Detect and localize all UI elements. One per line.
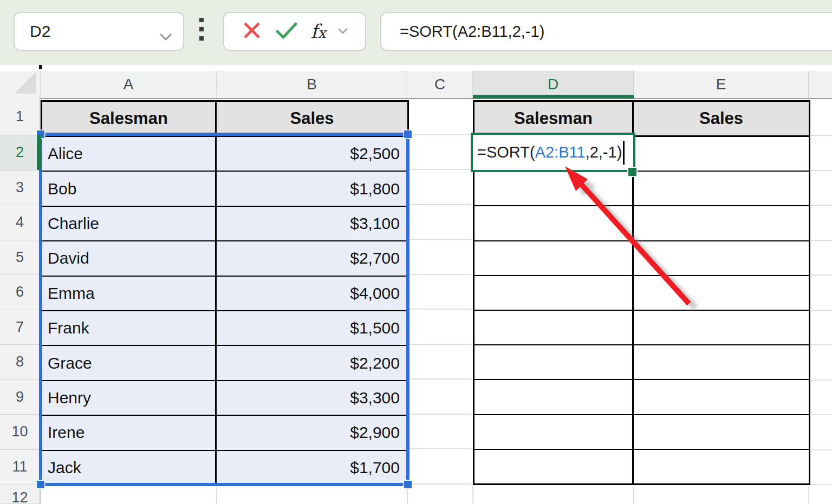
cell-e2[interactable] [634, 137, 809, 171]
cell-d1-salesman-header[interactable]: Salesman [474, 102, 634, 135]
gridline [808, 486, 809, 504]
formula-bar-text: =SORT(A2:B11,2,-1) [400, 23, 544, 41]
column-header-strip: A B C D E [0, 71, 832, 99]
table-row: Bob$1,800 [42, 172, 407, 206]
text-caret [623, 141, 625, 165]
cell-a9[interactable]: Henry [42, 381, 217, 415]
select-all-corner[interactable] [0, 71, 41, 98]
gridlines-right-margin [810, 101, 832, 487]
table-row [474, 311, 809, 345]
row-header-10[interactable]: 10 [0, 415, 40, 450]
cell-e4[interactable] [634, 206, 809, 240]
cell-d4[interactable] [474, 206, 634, 240]
row-header-3[interactable]: 3 [0, 171, 40, 206]
cell-e9[interactable] [634, 380, 809, 414]
table-row [474, 276, 809, 311]
active-column-underline [473, 95, 634, 99]
column-header-e[interactable]: E [634, 71, 809, 98]
cell-d6[interactable] [474, 276, 634, 310]
source-table: Salesman Sales Alice$2,500 Bob$1,800 Cha… [41, 100, 409, 486]
column-edge-tick [39, 65, 42, 69]
cell-b10[interactable]: $2,900 [217, 416, 407, 449]
formula-range-reference: A2:B11 [535, 143, 586, 161]
cell-d3[interactable] [474, 172, 634, 205]
cell-a8[interactable]: Grace [42, 346, 217, 379]
cell-b11[interactable]: $1,700 [217, 451, 407, 485]
row-header-8[interactable]: 8 [0, 345, 40, 380]
table-row: Emma$4,000 [42, 277, 407, 311]
table-row: Henry$3,300 [42, 381, 407, 416]
table-row [474, 241, 809, 276]
column-header-f-partial[interactable] [809, 71, 832, 98]
cell-b3[interactable]: $1,800 [217, 172, 407, 205]
row-header-6[interactable]: 6 [0, 275, 40, 310]
cell-e6[interactable] [634, 276, 809, 310]
gridline [472, 486, 473, 504]
cell-a7[interactable]: Frank [42, 311, 217, 345]
formula-action-group: fx [223, 12, 366, 51]
row-header-1[interactable]: 1 [0, 98, 40, 135]
cell-b5[interactable]: $2,700 [217, 241, 407, 275]
cell-a4[interactable]: Charlie [42, 207, 217, 240]
cell-b7[interactable]: $1,500 [217, 311, 407, 345]
name-box[interactable]: D2 [14, 12, 184, 51]
cell-d9[interactable] [474, 380, 634, 414]
fill-handle[interactable] [628, 168, 636, 176]
cell-e5[interactable] [634, 241, 809, 275]
cell-d8[interactable] [474, 345, 634, 379]
cell-d7[interactable] [474, 311, 634, 344]
insert-function-fx-icon[interactable]: fx [310, 22, 326, 41]
table-row: Grace$2,200 [42, 346, 407, 381]
column-header-b[interactable]: B [217, 71, 407, 98]
table-row [474, 345, 809, 380]
cell-b6[interactable]: $4,000 [217, 277, 407, 310]
cell-a3[interactable]: Bob [42, 172, 217, 205]
row-header-9[interactable]: 9 [0, 380, 40, 415]
cell-a5[interactable]: David [42, 241, 217, 275]
cell-e11[interactable] [634, 450, 809, 483]
cell-a2[interactable]: Alice [42, 137, 217, 171]
cell-a10[interactable]: Irene [42, 416, 217, 449]
cell-b4[interactable]: $3,100 [217, 207, 407, 240]
cell-b1-sales-header[interactable]: Sales [217, 102, 407, 135]
row-header-2[interactable]: 2 [0, 135, 40, 171]
cell-b8[interactable]: $2,200 [217, 346, 407, 379]
row-header-12[interactable]: 12 [0, 485, 40, 504]
cell-e1-sales-header[interactable]: Sales [634, 102, 809, 135]
column-header-c[interactable]: C [407, 71, 473, 98]
cell-e10[interactable] [634, 415, 809, 449]
cell-b9[interactable]: $3,300 [217, 381, 407, 415]
gridline [407, 486, 408, 504]
result-table-header-row: Salesman Sales [474, 102, 809, 137]
row-header-4[interactable]: 4 [0, 205, 40, 240]
cell-a1-salesman-header[interactable]: Salesman [42, 102, 217, 135]
toolbar-separator-dots-icon [199, 18, 204, 41]
cell-e3[interactable] [634, 172, 809, 205]
table-row: Frank$1,500 [42, 311, 407, 346]
chevron-down-icon[interactable] [159, 26, 172, 44]
name-box-value: D2 [30, 22, 50, 41]
table-row [474, 172, 809, 206]
cell-b2[interactable]: $2,500 [217, 137, 407, 171]
source-table-header-row: Salesman Sales [42, 102, 407, 137]
column-header-d[interactable]: D [473, 71, 634, 98]
cell-d10[interactable] [474, 415, 634, 449]
table-row [474, 415, 809, 450]
table-row: Alice$2,500 [42, 137, 407, 172]
active-cell-d2-editing[interactable]: =SORT(A2:B11,2,-1) [471, 133, 635, 172]
fx-chevron-down-icon[interactable] [337, 27, 348, 36]
cell-a11[interactable]: Jack [42, 451, 217, 485]
cell-a6[interactable]: Emma [42, 277, 217, 310]
enter-check-icon[interactable] [274, 19, 299, 43]
cancel-x-icon[interactable] [241, 19, 263, 43]
cell-d5[interactable] [474, 241, 634, 275]
column-header-a[interactable]: A [41, 71, 217, 98]
cell-d11[interactable] [474, 450, 634, 483]
cell-e7[interactable] [634, 311, 809, 344]
row-header-5[interactable]: 5 [0, 240, 40, 276]
formula-bar[interactable]: =SORT(A2:B11,2,-1) [380, 12, 832, 51]
row-header-7[interactable]: 7 [0, 310, 40, 345]
table-row [474, 380, 809, 415]
cell-e8[interactable] [634, 345, 809, 379]
row-header-11[interactable]: 11 [0, 450, 40, 485]
